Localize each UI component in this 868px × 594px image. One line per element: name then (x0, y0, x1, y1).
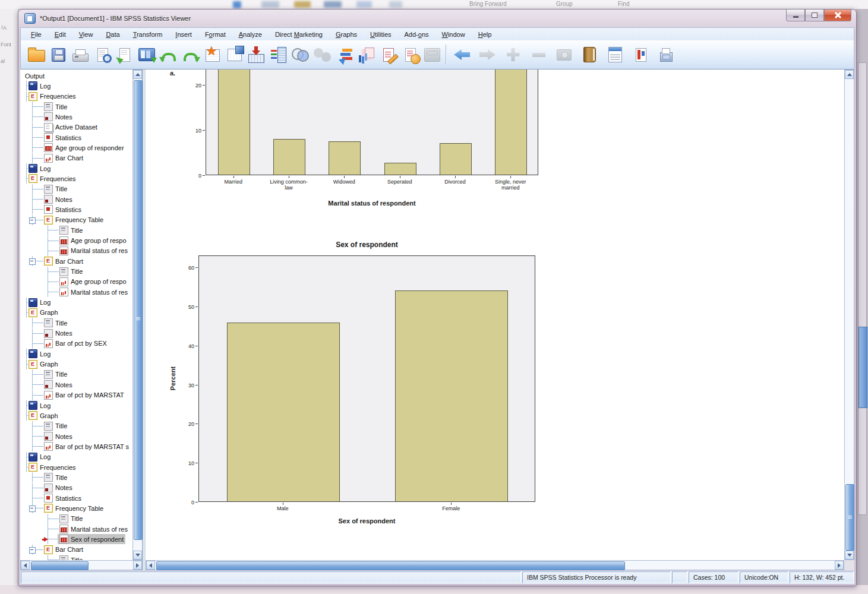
weight-cases-button[interactable] (333, 42, 355, 67)
outline-horizontal-scrollbar[interactable] (20, 560, 143, 570)
sex-chart[interactable]: Sex of respondent0102030405060MaleFemale… (146, 69, 844, 560)
outline-item-statistics[interactable]: Statistics (20, 493, 132, 503)
outline-hscrollbar-thumb[interactable] (31, 561, 89, 570)
outline-item-sex-of-respondent[interactable]: Sex of respondent (20, 534, 132, 544)
outline-item-graph[interactable]: Graph (20, 359, 132, 369)
content-scrollbar-thumb[interactable] (845, 484, 854, 551)
menu-analyze[interactable]: Analyze (232, 29, 269, 40)
scroll-down-button[interactable] (845, 551, 854, 560)
outline-item-output[interactable]: Output (20, 71, 132, 81)
glossary-button[interactable] (579, 42, 601, 67)
outline-item-graph[interactable]: Graph (20, 410, 132, 421)
goto-variable-button[interactable] (223, 42, 245, 67)
outline-item-frequency-table[interactable]: Frequency Table (20, 503, 132, 513)
minimize-button[interactable] (786, 10, 805, 21)
content-hscrollbar-thumb[interactable] (156, 561, 625, 570)
outline-item-frequencies[interactable]: Frequencies (20, 462, 132, 472)
outline-item-age-group-of-respo[interactable]: Age group of respo (20, 277, 132, 287)
print-button[interactable] (70, 42, 91, 67)
outline-notes-button[interactable] (604, 42, 626, 67)
menu-utilities[interactable]: Utilities (364, 29, 397, 40)
scroll-up-button[interactable] (845, 70, 854, 79)
outline-item-graph[interactable]: Graph (20, 308, 132, 318)
outline-item-log[interactable]: Log (20, 400, 132, 410)
collapse-box[interactable] (29, 505, 36, 512)
outline-item-log[interactable]: Log (20, 81, 132, 91)
scroll-left-button[interactable] (21, 561, 30, 570)
outline-item-log[interactable]: Log (20, 349, 132, 359)
menu-file[interactable]: File (24, 29, 48, 40)
menu-help[interactable]: Help (472, 29, 498, 40)
menu-window[interactable]: Window (435, 29, 472, 40)
scroll-right-button[interactable] (835, 561, 844, 570)
run-script-button[interactable] (399, 42, 421, 67)
collapse-box[interactable] (29, 547, 36, 554)
outline-scrollbar-thumb[interactable] (134, 80, 143, 540)
promote-outline-button[interactable] (451, 42, 473, 67)
outline-item-notes[interactable]: Notes (20, 431, 132, 441)
outline-item-active-dataset[interactable]: Active Dataset (20, 122, 132, 132)
outline-item-title[interactable]: Title (20, 555, 132, 560)
print-preview-button[interactable] (91, 42, 113, 67)
export-button[interactable] (113, 42, 135, 67)
scroll-up-button[interactable] (133, 70, 142, 79)
edit-output-button[interactable] (377, 42, 399, 67)
collapse-box[interactable] (29, 217, 36, 224)
save-button[interactable] (48, 42, 70, 67)
outline-item-bar-of-pct-by-marstat[interactable]: Bar of pct by MARSTAT (20, 390, 132, 400)
outline-item-frequency-table[interactable]: Frequency Table (20, 215, 132, 225)
goto-case-button[interactable] (201, 42, 223, 67)
outline-item-marital-status-of-res[interactable]: Marital status of res (20, 246, 132, 256)
outline-item-title[interactable]: Title (20, 369, 132, 380)
collapse-box[interactable] (29, 258, 36, 265)
outline-item-bar-chart[interactable]: Bar Chart (20, 545, 132, 555)
select-cases-button[interactable] (289, 42, 311, 67)
menu-data[interactable]: Data (99, 29, 126, 40)
close-button[interactable] (824, 10, 851, 21)
outline-item-title[interactable]: Title (20, 184, 132, 194)
menu-format[interactable]: Format (198, 29, 232, 40)
outline-item-statistics[interactable]: Statistics (20, 132, 132, 143)
content-vertical-scrollbar[interactable] (844, 69, 854, 560)
scroll-right-button[interactable] (133, 561, 142, 570)
outline-item-title[interactable]: Title (20, 102, 132, 112)
scroll-left-button[interactable] (146, 561, 155, 570)
outline-item-title[interactable]: Title (20, 472, 132, 482)
outline-item-title[interactable]: Title (20, 514, 132, 524)
output-content-pane[interactable]: a. 20100MarriedLiving common- lawWidowed… (146, 69, 844, 560)
menu-edit[interactable]: Edit (48, 29, 72, 40)
outline-item-frequencies[interactable]: Frequencies (20, 173, 132, 184)
restore-button[interactable] (805, 10, 824, 21)
outline-item-notes[interactable]: Notes (20, 194, 132, 204)
redo-button[interactable] (179, 42, 201, 67)
outline-item-notes[interactable]: Notes (20, 112, 132, 122)
outline-item-age-group-of-respo[interactable]: Age group of respo (20, 236, 132, 246)
export-output-button[interactable] (655, 42, 677, 67)
open-file-button[interactable] (26, 42, 48, 67)
outline-item-marital-status-of-res[interactable]: Marital status of res (20, 287, 132, 297)
outline-item-title[interactable]: Title (20, 318, 132, 328)
outline-item-bar-chart[interactable]: Bar Chart (20, 256, 132, 266)
menu-insert[interactable]: Insert (169, 29, 198, 40)
outline-item-bar-chart[interactable]: Bar Chart (20, 153, 132, 163)
marital-status-chart[interactable]: 20100MarriedLiving common- lawWidowedSep… (146, 69, 844, 560)
menu-direct-marketing[interactable]: Direct Marketing (269, 29, 329, 40)
outline-item-notes[interactable]: Notes (20, 483, 132, 493)
outline-item-notes[interactable]: Notes (20, 380, 132, 390)
outline-item-title[interactable]: Title (20, 421, 132, 431)
undo-button[interactable] (157, 42, 179, 67)
scroll-down-button[interactable] (133, 551, 142, 560)
outline-item-statistics[interactable]: Statistics (20, 204, 132, 214)
outline-vertical-scrollbar[interactable] (132, 69, 143, 560)
menu-graphs[interactable]: Graphs (329, 29, 364, 40)
menu-transform[interactable]: Transform (127, 29, 169, 40)
use-sets-button[interactable] (355, 42, 377, 67)
outline-item-frequencies[interactable]: Frequencies (20, 91, 132, 102)
outline-item-title[interactable]: Title (20, 267, 132, 277)
goto-data-button[interactable] (135, 42, 157, 67)
outline-item-bar-of-pct-by-marstat-s[interactable]: Bar of pct by MARSTAT s (20, 441, 132, 451)
outline-item-log[interactable]: Log (20, 452, 132, 462)
variables-button[interactable] (267, 42, 289, 67)
titlebar[interactable]: *Output1 [Document1] - IBM SPSS Statisti… (18, 10, 856, 27)
outline-item-log[interactable]: Log (20, 298, 132, 308)
